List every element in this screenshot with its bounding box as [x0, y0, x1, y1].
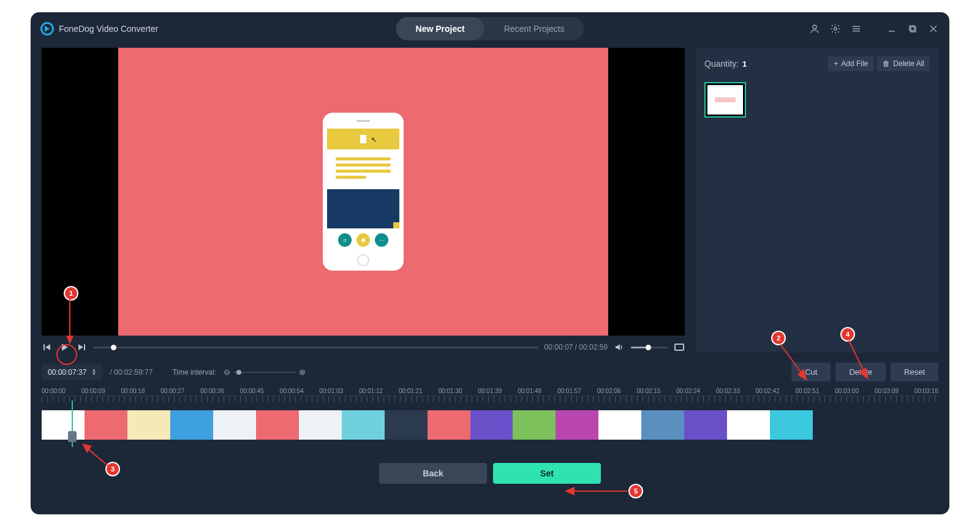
- svg-point-1: [834, 28, 837, 31]
- svg-rect-10: [43, 344, 45, 350]
- svg-rect-7: [911, 27, 916, 32]
- file-sidebar: Quantity: 1 + Add File 🗑 Delete All: [696, 48, 938, 353]
- ruler-tick-label: 00:00:00: [42, 388, 66, 394]
- ruler-tick-label: 00:00:45: [240, 388, 264, 394]
- time-ruler[interactable]: 00:00:0000:00:0900:00:1800:00:2700:00:36…: [31, 385, 949, 402]
- annotation-badge-5: 5: [630, 485, 642, 497]
- app-title: FoneDog Video Converter: [59, 24, 158, 34]
- cut-button[interactable]: Cut: [791, 363, 831, 381]
- ruler-tick-label: 00:01:30: [439, 388, 462, 394]
- tab-new-project[interactable]: New Project: [396, 17, 484, 40]
- ruler-tick-label: 00:00:27: [160, 388, 184, 394]
- ruler-tick-label: 00:01:39: [478, 388, 502, 394]
- menu-icon[interactable]: [850, 23, 862, 35]
- annotation-badge-3: 3: [107, 463, 119, 475]
- account-icon[interactable]: [809, 23, 821, 35]
- app-logo-icon: [40, 22, 54, 36]
- timecode-value: 00:00:07:37: [48, 368, 86, 377]
- maximize-icon[interactable]: [907, 23, 919, 35]
- quantity-label: Quantity:: [704, 59, 739, 69]
- back-button[interactable]: Back: [379, 463, 487, 484]
- delete-all-label: Delete All: [893, 59, 924, 68]
- footer-buttons: Back Set: [31, 445, 949, 490]
- interval-row: 00:00:07:37 ▲▼ / 00:02:59:77 Time interv…: [31, 356, 949, 385]
- next-frame-button[interactable]: [76, 342, 87, 353]
- video-preview[interactable]: ↖ ≈✹⋯: [42, 48, 685, 336]
- close-icon[interactable]: [927, 23, 940, 35]
- seek-slider[interactable]: [93, 347, 538, 348]
- playback-bar: 00:00:07 / 00:02:59: [42, 336, 685, 356]
- duration-label: / 00:02:59:77: [110, 368, 153, 377]
- ruler-tick-label: 00:01:03: [319, 388, 343, 394]
- ruler-tick-label: 00:01:12: [359, 388, 383, 394]
- playhead-handle[interactable]: [68, 431, 77, 442]
- svg-point-0: [813, 25, 816, 29]
- settings-icon[interactable]: [829, 23, 842, 35]
- ruler-tick-label: 00:02:06: [597, 388, 621, 394]
- ruler-tick-label: 00:01:48: [518, 388, 541, 394]
- ruler-tick-label: 00:00:18: [121, 388, 145, 394]
- tab-recent-projects[interactable]: Recent Projects: [484, 17, 584, 40]
- ruler-tick-label: 00:02:24: [676, 388, 700, 394]
- file-thumbnail[interactable]: [704, 82, 746, 118]
- app-brand: FoneDog Video Converter: [40, 22, 158, 36]
- ruler-tick-label: 00:03:18: [914, 388, 938, 394]
- annotation-badge-2: 2: [772, 332, 785, 344]
- ruler-tick-label: 00:02:42: [756, 388, 780, 394]
- ruler-tick-label: 00:02:15: [636, 388, 660, 394]
- svg-marker-11: [45, 344, 50, 350]
- volume-slider[interactable]: [631, 347, 668, 348]
- playback-time: 00:00:07 / 00:02:59: [545, 343, 608, 351]
- svg-marker-13: [78, 344, 83, 350]
- zoom-slider[interactable]: [234, 372, 295, 373]
- delete-all-button[interactable]: 🗑 Delete All: [877, 56, 930, 71]
- svg-marker-15: [616, 344, 620, 350]
- ruler-tick-label: 00:00:54: [280, 388, 304, 394]
- titlebar: FoneDog Video Converter New Project Rece…: [31, 12, 949, 45]
- zoom-out-icon[interactable]: ⊖: [224, 367, 230, 377]
- timecode-spinner[interactable]: ▲▼: [91, 369, 96, 376]
- set-button[interactable]: Set: [493, 463, 601, 484]
- trash-icon: 🗑: [883, 59, 890, 68]
- annotation-circle-play: [56, 344, 77, 365]
- ruler-tick-label: 00:03:00: [835, 388, 859, 394]
- prev-frame-button[interactable]: [42, 342, 53, 353]
- timeline[interactable]: [31, 402, 949, 445]
- reset-button[interactable]: Reset: [891, 363, 938, 381]
- ruler-tick-label: 00:02:51: [796, 388, 820, 394]
- svg-rect-6: [910, 26, 914, 31]
- add-file-button[interactable]: + Add File: [828, 56, 873, 71]
- svg-rect-14: [84, 344, 85, 350]
- plus-icon: +: [834, 59, 838, 68]
- add-file-label: Add File: [841, 59, 868, 68]
- interval-label: Time interval:: [172, 368, 216, 377]
- ruler-tick-label: 00:02:33: [716, 388, 740, 394]
- quantity-value: 1: [742, 59, 747, 69]
- annotation-badge-1: 1: [65, 287, 77, 299]
- ruler-tick-label: 00:00:09: [81, 388, 105, 394]
- fullscreen-icon[interactable]: [674, 342, 685, 353]
- ruler-tick-label: 00:01:57: [557, 388, 581, 394]
- ruler-tick-label: 00:00:36: [200, 388, 224, 394]
- minimize-icon[interactable]: [886, 23, 898, 35]
- annotation-badge-4: 4: [842, 328, 854, 340]
- ruler-tick-label: 00:03:09: [875, 388, 899, 394]
- window-controls: [809, 23, 940, 35]
- project-tabs: New Project Recent Projects: [396, 17, 584, 40]
- timecode-input[interactable]: 00:00:07:37 ▲▼: [42, 364, 102, 380]
- ruler-tick-label: 00:01:21: [399, 388, 423, 394]
- preview-panel: ↖ ≈✹⋯ 00:00:07 / 00:02:59: [42, 48, 685, 356]
- volume-icon[interactable]: [614, 342, 625, 353]
- zoom-in-icon[interactable]: ⊕: [299, 367, 306, 377]
- delete-button[interactable]: Delete: [835, 363, 886, 381]
